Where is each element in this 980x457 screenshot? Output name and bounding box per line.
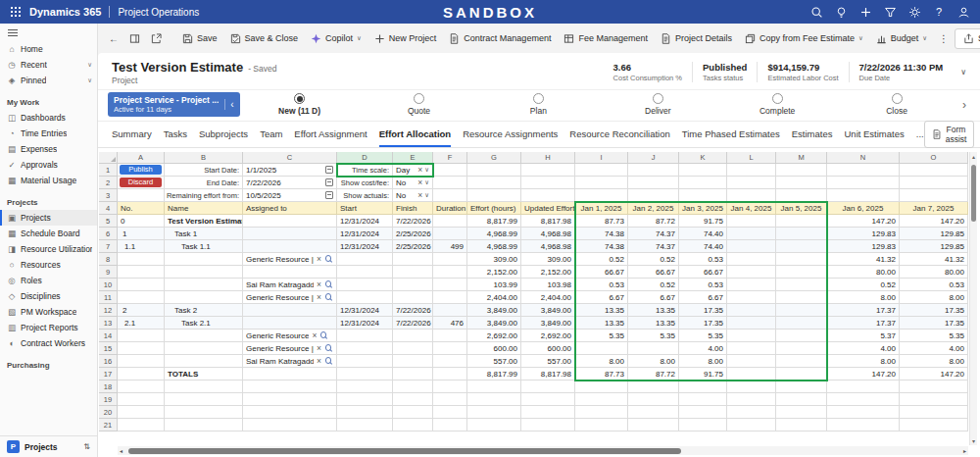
- cell-E6[interactable]: 2/25/2026: [393, 228, 433, 240]
- cell-A8[interactable]: [118, 253, 165, 266]
- cell-H17[interactable]: 8,817.98: [521, 368, 575, 381]
- cell-N12[interactable]: 17.37: [827, 304, 900, 317]
- cell-K20[interactable]: [679, 406, 727, 419]
- cell-N15[interactable]: 4.00: [827, 342, 900, 355]
- cell-H3[interactable]: [521, 189, 575, 202]
- cell-D11[interactable]: [337, 291, 393, 304]
- cell-C3[interactable]: 10/5/2025: [243, 189, 337, 202]
- row-header-12[interactable]: 12: [99, 304, 118, 317]
- cell-B8[interactable]: [165, 253, 243, 266]
- sidebar-item-recent[interactable]: ◷ Recent ∨: [0, 57, 97, 73]
- remove-assignment-icon[interactable]: ×: [317, 254, 321, 264]
- cell-N5[interactable]: 147.20: [827, 215, 900, 228]
- cell-I7[interactable]: 74.38: [575, 240, 628, 253]
- row-header-14[interactable]: 14: [99, 330, 118, 342]
- row-header-8[interactable]: 8: [99, 253, 118, 266]
- cell-N14[interactable]: 5.37: [827, 330, 900, 342]
- cell-L2[interactable]: [727, 177, 776, 189]
- cell-K3[interactable]: [679, 189, 727, 202]
- cell-A21[interactable]: [118, 419, 165, 432]
- cell-I16[interactable]: 8.00: [575, 355, 628, 368]
- cell-C9[interactable]: [243, 266, 337, 279]
- cell-L11[interactable]: [727, 291, 776, 304]
- tab-resource-reconciliation[interactable]: Resource Reconciliation: [569, 122, 669, 147]
- tab-resource-assignments[interactable]: Resource Assignments: [463, 122, 558, 147]
- cell-I19[interactable]: [575, 393, 628, 406]
- row-header-18[interactable]: 18: [99, 381, 118, 393]
- cell-B21[interactable]: [165, 419, 243, 432]
- cell-C13[interactable]: [243, 317, 337, 330]
- cell-H9[interactable]: 2,152.00: [521, 266, 575, 279]
- budget-button[interactable]: Budget ∨: [870, 29, 933, 48]
- cell-O15[interactable]: 4.00: [900, 342, 968, 355]
- search-icon[interactable]: [809, 5, 823, 19]
- cell-O17[interactable]: 147.20: [900, 368, 968, 381]
- cell-I8[interactable]: 0.52: [575, 253, 628, 266]
- cell-A1[interactable]: Publish: [118, 164, 165, 177]
- cell-N19[interactable]: [827, 393, 900, 406]
- cell-O7[interactable]: 129.85: [900, 240, 968, 253]
- sidebar-item-material-usage[interactable]: ▦ Material Usage ∨: [0, 173, 97, 188]
- cell-I11[interactable]: 6.67: [575, 291, 628, 304]
- cell-I9[interactable]: 66.67: [575, 266, 628, 279]
- lookup-search-icon[interactable]: [324, 344, 333, 353]
- remove-assignment-icon[interactable]: ×: [317, 279, 321, 289]
- cell-F8[interactable]: [433, 253, 467, 266]
- cell-F19[interactable]: [433, 393, 467, 406]
- cell-N17[interactable]: 147.20: [827, 368, 900, 381]
- row-header-3[interactable]: 3: [99, 189, 118, 202]
- cell-F6[interactable]: [433, 228, 467, 240]
- cell-F1[interactable]: [433, 164, 467, 177]
- cell-G12[interactable]: 3,849.00: [467, 304, 521, 317]
- contract-management-button[interactable]: Contract Management ∨: [443, 29, 557, 48]
- cell-N21[interactable]: [827, 419, 900, 432]
- cell-A15[interactable]: [118, 342, 165, 355]
- cell-I1[interactable]: [575, 164, 628, 177]
- row-header-15[interactable]: 15: [99, 342, 118, 355]
- cell-I2[interactable]: [575, 177, 628, 189]
- next-stage-icon[interactable]: ›: [956, 98, 966, 112]
- remove-assignment-icon[interactable]: ×: [317, 343, 321, 353]
- cell-C10[interactable]: Sai Ram Katragadda (Project×: [243, 279, 337, 291]
- cell-L12[interactable]: [727, 304, 776, 317]
- cell-B17[interactable]: TOTALS: [165, 368, 243, 381]
- row-header-10[interactable]: 10: [99, 279, 118, 291]
- column-header-O[interactable]: O: [900, 152, 968, 164]
- column-header-D[interactable]: D: [337, 152, 393, 164]
- cell-G20[interactable]: [467, 406, 521, 419]
- lookup-search-icon[interactable]: [324, 293, 333, 302]
- cell-J1[interactable]: [628, 164, 679, 177]
- cell-D12[interactable]: 12/31/2024: [337, 304, 393, 317]
- tab-effort-allocation[interactable]: Effort Allocation: [379, 122, 452, 147]
- sidebar-item-schedule-board[interactable]: ▦ Schedule Board ∨: [0, 226, 97, 241]
- clear-icon[interactable]: ×: [417, 190, 422, 200]
- cell-D9[interactable]: [337, 266, 393, 279]
- row-header-9[interactable]: 9: [99, 266, 118, 279]
- cell-H1[interactable]: [521, 164, 575, 177]
- cell-B19[interactable]: [165, 393, 243, 406]
- cell-A16[interactable]: [118, 355, 165, 368]
- cell-I15[interactable]: [575, 342, 628, 355]
- cell-E19[interactable]: [393, 393, 433, 406]
- cell-B11[interactable]: [165, 291, 243, 304]
- cell-E14[interactable]: [393, 330, 433, 342]
- cell-I20[interactable]: [575, 406, 628, 419]
- cell-H2[interactable]: [521, 177, 575, 189]
- cell-H15[interactable]: 600.00: [521, 342, 575, 355]
- cell-L3[interactable]: [727, 189, 776, 202]
- panel-toggle-icon[interactable]: [124, 30, 145, 47]
- cell-O12[interactable]: 17.35: [900, 304, 968, 317]
- vertical-scroll-thumb[interactable]: [971, 165, 976, 222]
- sidebar-item-expenses[interactable]: ▤ Expenses ∨: [0, 141, 97, 157]
- cell-E7[interactable]: 2/25/2026: [393, 240, 433, 253]
- cell-H7[interactable]: 4,968.98: [521, 240, 575, 253]
- cell-J12[interactable]: 13.35: [628, 304, 679, 317]
- cell-B10[interactable]: [165, 279, 243, 291]
- calendar-icon[interactable]: [325, 166, 333, 174]
- cell-F5[interactable]: [433, 215, 467, 228]
- sidebar-item-disciplines[interactable]: ◇ Disciplines ∨: [0, 288, 97, 304]
- cell-N13[interactable]: 17.37: [827, 317, 900, 330]
- row-header-6[interactable]: 6: [99, 228, 118, 240]
- cell-I14[interactable]: 5.35: [575, 330, 628, 342]
- cell-J19[interactable]: [628, 393, 679, 406]
